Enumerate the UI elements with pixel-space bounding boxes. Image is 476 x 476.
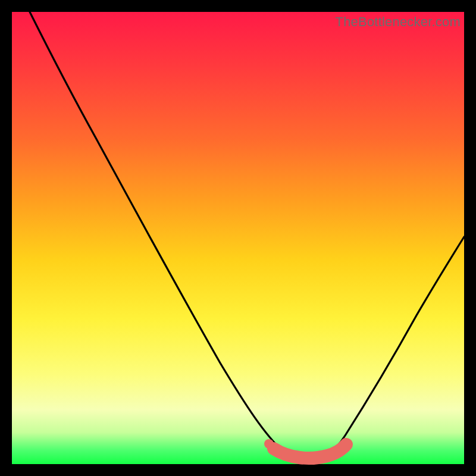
chart-svg xyxy=(12,12,464,464)
chart-frame: TheBottlenecker.com xyxy=(12,12,464,464)
optimal-zone-dot xyxy=(264,439,274,449)
optimal-zone xyxy=(274,444,346,458)
bottleneck-curve xyxy=(30,12,464,460)
